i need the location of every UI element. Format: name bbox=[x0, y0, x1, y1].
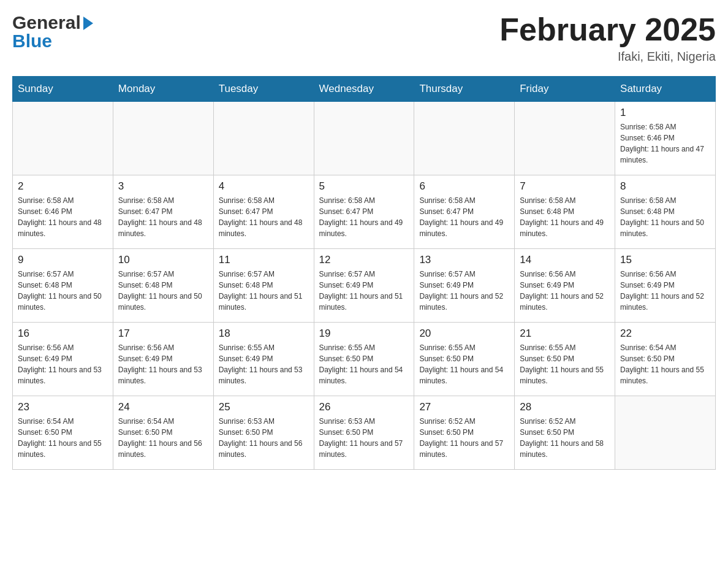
logo-blue-text: Blue bbox=[12, 31, 52, 52]
day-cell: 7Sunrise: 6:58 AM Sunset: 6:48 PM Daylig… bbox=[515, 175, 615, 249]
day-cell: 1Sunrise: 6:58 AM Sunset: 6:46 PM Daylig… bbox=[615, 102, 716, 175]
day-cell bbox=[113, 102, 213, 175]
day-cell: 25Sunrise: 6:53 AM Sunset: 6:50 PM Dayli… bbox=[213, 396, 314, 470]
day-info: Sunrise: 6:53 AM Sunset: 6:50 PM Dayligh… bbox=[319, 416, 409, 460]
day-cell: 12Sunrise: 6:57 AM Sunset: 6:49 PM Dayli… bbox=[314, 249, 414, 323]
day-cell: 28Sunrise: 6:52 AM Sunset: 6:50 PM Dayli… bbox=[515, 396, 615, 470]
day-cell bbox=[414, 102, 515, 175]
day-number: 28 bbox=[520, 401, 610, 413]
week-row-1: 2Sunrise: 6:58 AM Sunset: 6:46 PM Daylig… bbox=[13, 175, 716, 249]
day-cell bbox=[515, 102, 615, 175]
week-row-0: 1Sunrise: 6:58 AM Sunset: 6:46 PM Daylig… bbox=[13, 102, 716, 175]
day-info: Sunrise: 6:57 AM Sunset: 6:48 PM Dayligh… bbox=[18, 269, 108, 313]
day-info: Sunrise: 6:57 AM Sunset: 6:49 PM Dayligh… bbox=[319, 269, 409, 313]
day-number: 13 bbox=[419, 254, 509, 266]
day-number: 22 bbox=[620, 327, 710, 340]
weekday-header-thursday: Thursday bbox=[414, 77, 515, 102]
logo-general-text: General bbox=[12, 12, 81, 33]
day-cell: 22Sunrise: 6:54 AM Sunset: 6:50 PM Dayli… bbox=[615, 323, 716, 396]
day-info: Sunrise: 6:58 AM Sunset: 6:47 PM Dayligh… bbox=[319, 195, 409, 239]
day-info: Sunrise: 6:55 AM Sunset: 6:49 PM Dayligh… bbox=[219, 342, 309, 386]
weekday-header-wednesday: Wednesday bbox=[314, 77, 414, 102]
day-info: Sunrise: 6:54 AM Sunset: 6:50 PM Dayligh… bbox=[18, 416, 108, 460]
day-cell: 26Sunrise: 6:53 AM Sunset: 6:50 PM Dayli… bbox=[314, 396, 414, 470]
day-number: 25 bbox=[219, 401, 309, 413]
day-info: Sunrise: 6:57 AM Sunset: 6:49 PM Dayligh… bbox=[419, 269, 509, 313]
day-number: 15 bbox=[620, 254, 710, 266]
calendar-title: February 2025 bbox=[499, 12, 716, 47]
day-number: 21 bbox=[520, 327, 610, 340]
day-number: 17 bbox=[118, 327, 208, 340]
day-cell: 21Sunrise: 6:55 AM Sunset: 6:50 PM Dayli… bbox=[515, 323, 615, 396]
day-info: Sunrise: 6:53 AM Sunset: 6:50 PM Dayligh… bbox=[219, 416, 309, 460]
day-number: 27 bbox=[419, 401, 509, 413]
weekday-header-tuesday: Tuesday bbox=[213, 77, 314, 102]
day-info: Sunrise: 6:58 AM Sunset: 6:46 PM Dayligh… bbox=[620, 121, 710, 166]
week-row-4: 23Sunrise: 6:54 AM Sunset: 6:50 PM Dayli… bbox=[13, 396, 716, 470]
day-number: 10 bbox=[118, 254, 208, 266]
day-number: 16 bbox=[18, 327, 108, 340]
day-cell: 6Sunrise: 6:58 AM Sunset: 6:47 PM Daylig… bbox=[414, 175, 515, 249]
day-number: 18 bbox=[219, 327, 309, 340]
weekday-header-saturday: Saturday bbox=[615, 77, 716, 102]
day-number: 5 bbox=[319, 180, 409, 193]
day-cell: 13Sunrise: 6:57 AM Sunset: 6:49 PM Dayli… bbox=[414, 249, 515, 323]
day-cell bbox=[13, 102, 113, 175]
day-info: Sunrise: 6:56 AM Sunset: 6:49 PM Dayligh… bbox=[118, 342, 208, 386]
weekday-header-sunday: Sunday bbox=[13, 77, 113, 102]
day-cell: 4Sunrise: 6:58 AM Sunset: 6:47 PM Daylig… bbox=[213, 175, 314, 249]
day-number: 4 bbox=[219, 180, 309, 193]
day-cell: 14Sunrise: 6:56 AM Sunset: 6:49 PM Dayli… bbox=[515, 249, 615, 323]
day-cell: 17Sunrise: 6:56 AM Sunset: 6:49 PM Dayli… bbox=[113, 323, 213, 396]
day-info: Sunrise: 6:56 AM Sunset: 6:49 PM Dayligh… bbox=[620, 269, 710, 313]
day-number: 26 bbox=[319, 401, 409, 413]
day-info: Sunrise: 6:55 AM Sunset: 6:50 PM Dayligh… bbox=[520, 342, 610, 386]
day-number: 24 bbox=[118, 401, 208, 413]
weekday-header-monday: Monday bbox=[113, 77, 213, 102]
day-number: 6 bbox=[419, 180, 509, 193]
day-info: Sunrise: 6:58 AM Sunset: 6:48 PM Dayligh… bbox=[620, 195, 710, 239]
day-info: Sunrise: 6:58 AM Sunset: 6:47 PM Dayligh… bbox=[118, 195, 208, 239]
day-cell: 19Sunrise: 6:55 AM Sunset: 6:50 PM Dayli… bbox=[314, 323, 414, 396]
day-cell bbox=[213, 102, 314, 175]
calendar-subtitle: Ifaki, Ekiti, Nigeria bbox=[499, 50, 716, 64]
day-number: 19 bbox=[319, 327, 409, 340]
day-cell: 2Sunrise: 6:58 AM Sunset: 6:46 PM Daylig… bbox=[13, 175, 113, 249]
day-info: Sunrise: 6:54 AM Sunset: 6:50 PM Dayligh… bbox=[118, 416, 208, 460]
day-info: Sunrise: 6:57 AM Sunset: 6:48 PM Dayligh… bbox=[219, 269, 309, 313]
day-number: 20 bbox=[419, 327, 509, 340]
day-info: Sunrise: 6:58 AM Sunset: 6:48 PM Dayligh… bbox=[520, 195, 610, 239]
day-cell bbox=[314, 102, 414, 175]
day-info: Sunrise: 6:56 AM Sunset: 6:49 PM Dayligh… bbox=[18, 342, 108, 386]
day-cell: 8Sunrise: 6:58 AM Sunset: 6:48 PM Daylig… bbox=[615, 175, 716, 249]
day-info: Sunrise: 6:55 AM Sunset: 6:50 PM Dayligh… bbox=[319, 342, 409, 386]
day-number: 9 bbox=[18, 254, 108, 266]
logo: General Blue bbox=[12, 12, 93, 52]
day-cell: 9Sunrise: 6:57 AM Sunset: 6:48 PM Daylig… bbox=[13, 249, 113, 323]
day-info: Sunrise: 6:58 AM Sunset: 6:47 PM Dayligh… bbox=[419, 195, 509, 239]
day-info: Sunrise: 6:52 AM Sunset: 6:50 PM Dayligh… bbox=[520, 416, 610, 460]
day-cell: 24Sunrise: 6:54 AM Sunset: 6:50 PM Dayli… bbox=[113, 396, 213, 470]
weekday-header-row: SundayMondayTuesdayWednesdayThursdayFrid… bbox=[13, 77, 716, 102]
day-number: 11 bbox=[219, 254, 309, 266]
week-row-3: 16Sunrise: 6:56 AM Sunset: 6:49 PM Dayli… bbox=[13, 323, 716, 396]
day-number: 3 bbox=[118, 180, 208, 193]
day-cell: 5Sunrise: 6:58 AM Sunset: 6:47 PM Daylig… bbox=[314, 175, 414, 249]
day-info: Sunrise: 6:52 AM Sunset: 6:50 PM Dayligh… bbox=[419, 416, 509, 460]
day-cell: 18Sunrise: 6:55 AM Sunset: 6:49 PM Dayli… bbox=[213, 323, 314, 396]
day-number: 2 bbox=[18, 180, 108, 193]
day-number: 8 bbox=[620, 180, 710, 193]
day-number: 12 bbox=[319, 254, 409, 266]
day-info: Sunrise: 6:55 AM Sunset: 6:50 PM Dayligh… bbox=[419, 342, 509, 386]
day-info: Sunrise: 6:57 AM Sunset: 6:48 PM Dayligh… bbox=[118, 269, 208, 313]
day-info: Sunrise: 6:54 AM Sunset: 6:50 PM Dayligh… bbox=[620, 342, 710, 386]
calendar-table: SundayMondayTuesdayWednesdayThursdayFrid… bbox=[12, 76, 716, 470]
logo-arrow-icon bbox=[83, 17, 93, 30]
day-number: 7 bbox=[520, 180, 610, 193]
day-cell: 27Sunrise: 6:52 AM Sunset: 6:50 PM Dayli… bbox=[414, 396, 515, 470]
day-cell: 23Sunrise: 6:54 AM Sunset: 6:50 PM Dayli… bbox=[13, 396, 113, 470]
weekday-header-friday: Friday bbox=[515, 77, 615, 102]
day-cell: 16Sunrise: 6:56 AM Sunset: 6:49 PM Dayli… bbox=[13, 323, 113, 396]
day-cell: 3Sunrise: 6:58 AM Sunset: 6:47 PM Daylig… bbox=[113, 175, 213, 249]
day-number: 1 bbox=[620, 107, 710, 119]
